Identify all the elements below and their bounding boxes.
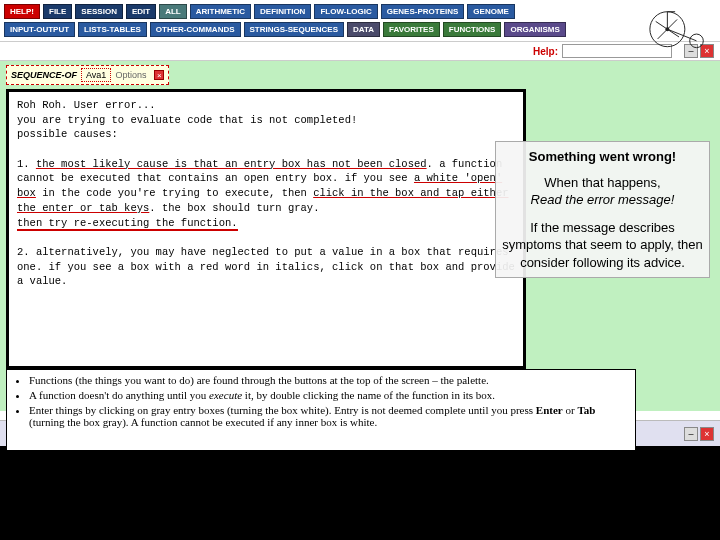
menu-other-commands[interactable]: OTHER-COMMANDS: [150, 22, 241, 37]
options-label[interactable]: Options: [115, 70, 146, 80]
menu-strings-sequences[interactable]: STRINGS-SEQUENCES: [244, 22, 344, 37]
sequence-of-box[interactable]: SEQUENCE-OF Ava1 Options ×: [6, 65, 169, 85]
menu-functions[interactable]: FUNCTIONS: [443, 22, 502, 37]
minimize-button[interactable]: –: [684, 427, 698, 441]
menu-organisms[interactable]: ORGANISMS: [504, 22, 565, 37]
hints-panel: Functions (the things you want to do) ar…: [6, 369, 636, 451]
error-paragraph: 2. alternatively, you may have neglected…: [17, 245, 515, 289]
svg-line-6: [656, 21, 668, 29]
menu-session[interactable]: SESSION: [75, 4, 123, 19]
svg-line-8: [658, 29, 668, 39]
callout-line: If the message describes symptoms that s…: [502, 219, 703, 272]
menu-help-[interactable]: HELP!: [4, 4, 40, 19]
close-icon[interactable]: ×: [154, 70, 164, 80]
menu-favorites[interactable]: FAVORITES: [383, 22, 440, 37]
menu-input-output[interactable]: INPUT-OUTPUT: [4, 22, 75, 37]
error-paragraph: 1. the most likely cause is that an entr…: [17, 157, 515, 230]
error-line: you are trying to evaluate code that is …: [17, 113, 515, 128]
callout-line: When that happens, Read the error messag…: [502, 174, 703, 209]
error-line: possible causes:: [17, 127, 515, 142]
footer: [0, 446, 720, 540]
tip-callout: Something went wrong! When that happens,…: [495, 141, 710, 278]
menu-arithmetic[interactable]: ARITHMETIC: [190, 4, 251, 19]
menubar-row-1: HELP!FILESESSIONEDITALLARITHMETICDEFINIT…: [4, 4, 716, 19]
menu-data[interactable]: DATA: [347, 22, 380, 37]
close-button[interactable]: ×: [700, 427, 714, 441]
menu-lists-tables[interactable]: LISTS-TABLES: [78, 22, 147, 37]
logo-bicycle: [646, 2, 714, 50]
menu-definition[interactable]: DEFINITION: [254, 4, 311, 19]
svg-line-9: [667, 19, 677, 29]
hint-item: Functions (the things you want to do) ar…: [29, 374, 629, 386]
menu-all[interactable]: ALL: [159, 4, 187, 19]
hint-item: A function doesn't do anything until you…: [29, 389, 629, 401]
sequence-of-label: SEQUENCE-OF: [11, 70, 77, 80]
error-line: Roh Roh. User error...: [17, 98, 515, 113]
menu-file[interactable]: FILE: [43, 4, 72, 19]
menu-genes-proteins[interactable]: GENES-PROTEINS: [381, 4, 465, 19]
menu-flow-logic[interactable]: FLOW-LOGIC: [314, 4, 377, 19]
workspace: SEQUENCE-OF Ava1 Options × ↖ Roh Roh. Us…: [0, 61, 720, 411]
hint-item: Enter things by clicking on gray entry b…: [29, 404, 629, 428]
menu-edit[interactable]: EDIT: [126, 4, 156, 19]
menu-genome[interactable]: GENOME: [467, 4, 515, 19]
menubar-row-2: INPUT-OUTPUTLISTS-TABLESOTHER-COMMANDSST…: [4, 22, 716, 37]
help-bar: ⇦ Help: – ×: [0, 42, 720, 61]
menubar: HELP!FILESESSIONEDITALLARITHMETICDEFINIT…: [0, 0, 720, 42]
svg-point-1: [690, 34, 704, 48]
sequence-of-entity[interactable]: Ava1: [81, 68, 111, 82]
callout-heading: Something went wrong!: [502, 148, 703, 166]
error-dialog: Roh Roh. User error... you are trying to…: [6, 89, 526, 369]
help-label: Help:: [533, 46, 558, 57]
